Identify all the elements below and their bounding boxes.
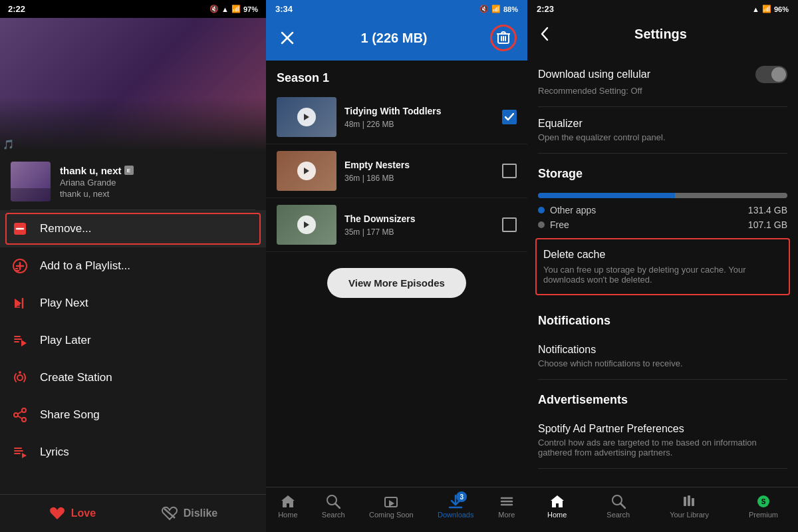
settings-item-cellular: Download using cellular Recommended Sett…: [538, 55, 787, 107]
storage-legend: Other apps 131.4 GB Free 107.1 GB: [538, 205, 787, 230]
explicit-badge: E: [124, 166, 134, 175]
svg-rect-53: [692, 498, 694, 506]
storage-bar-fill: [538, 193, 787, 198]
close-button[interactable]: [277, 27, 298, 49]
status-icons-2: 🔇 📶 88%: [479, 5, 518, 13]
svg-line-40: [335, 503, 340, 508]
menu-item-create-station[interactable]: Create Station: [0, 359, 266, 396]
menu-item-share-song[interactable]: Share Song: [0, 396, 266, 434]
settings-section-main: Download using cellular Recommended Sett…: [527, 55, 798, 469]
episode-thumb-2: [277, 151, 336, 191]
dot-free: [538, 221, 545, 228]
episode-meta-1: 48m | 226 MB: [344, 120, 494, 129]
delete-cache-item[interactable]: Delete cache You can free up storage by …: [535, 238, 790, 295]
menu-item-add-playlist[interactable]: Add to a Playlist...: [0, 247, 266, 285]
svg-point-20: [22, 418, 26, 422]
episode-item-2[interactable]: Empty Nesters 36m | 186 MB: [266, 144, 527, 198]
nav-home-3[interactable]: Home: [547, 494, 567, 519]
more-icon-2: [498, 494, 515, 509]
nav-search-3[interactable]: Search: [606, 494, 630, 519]
episode-item-1[interactable]: Tidying With Toddlers 48m | 226 MB: [266, 90, 527, 144]
signal-icon-2: 📶: [491, 5, 501, 13]
episode-title-1: Tidying With Toddlers: [344, 105, 494, 117]
settings-item-notifications[interactable]: Notifications Choose which notifications…: [538, 333, 787, 380]
other-apps-label: Other apps: [550, 205, 596, 215]
downloads-icon: 3: [447, 494, 464, 509]
back-button[interactable]: [534, 23, 555, 45]
view-more-episodes-button[interactable]: View More Episodes: [327, 268, 466, 298]
nav-premium[interactable]: S Premium: [749, 494, 778, 519]
episode-checkbox-1[interactable]: [502, 110, 517, 124]
legend-free: Free 107.1 GB: [538, 219, 787, 230]
status-bar-3: 2:23 ▲ 📶 96%: [527, 0, 798, 18]
svg-marker-37: [304, 221, 309, 228]
nav-label-more-2: More: [498, 511, 515, 519]
song-thumbnail: [11, 162, 51, 201]
menu-item-label-play-later: Play Later: [40, 334, 91, 347]
svg-marker-14: [21, 340, 27, 346]
settings-item-ads[interactable]: Spotify Ad Partner Preferences Control h…: [538, 412, 787, 469]
dislike-button[interactable]: Dislike: [161, 505, 218, 521]
ads-title: Spotify Ad Partner Preferences: [538, 423, 787, 435]
episode-item-3[interactable]: The Downsizers 35m | 177 MB: [266, 198, 527, 252]
dot-other-apps: [538, 207, 545, 213]
notifications-desc: Choose which notifications to receive.: [538, 358, 787, 368]
nav-label-coming-soon: Coming Soon: [369, 511, 414, 519]
equalizer-title: Equalizer: [538, 118, 787, 130]
svg-marker-7: [15, 299, 21, 308]
menu-item-label-play-next: Play Next: [40, 297, 88, 310]
mute-icon-2: 🔇: [479, 5, 489, 13]
toggle-knob-cellular: [771, 67, 786, 82]
mute-icon: 🔇: [209, 5, 219, 13]
delete-cache-desc: You can free up storage by deleting your…: [543, 265, 782, 285]
menu-item-lyrics[interactable]: Lyrics: [0, 434, 266, 471]
svg-rect-52: [688, 495, 690, 506]
svg-point-18: [22, 408, 26, 412]
menu-item-remove[interactable]: Remove...: [0, 210, 266, 247]
settings-item-equalizer[interactable]: Equalizer Open the equalizer control pan…: [538, 107, 787, 154]
advertisements-heading: Advertisements: [538, 380, 787, 412]
episode-thumb-1: [277, 97, 336, 137]
bottom-nav-bar-2: Home Search Coming Soon: [266, 487, 527, 532]
panel-song-menu: 2:22 🔇 ▲ 📶 97% thank u, next E Ariana Gr…: [0, 0, 266, 532]
nav-downloads-2[interactable]: 3 Downloads: [438, 494, 473, 519]
svg-marker-38: [281, 495, 295, 507]
menu-item-play-next[interactable]: Play Next: [0, 285, 266, 322]
downloads-header-title: 1 (226 MB): [360, 31, 427, 46]
svg-line-22: [18, 416, 22, 419]
cellular-toggle[interactable]: [755, 66, 787, 83]
coming-soon-icon: [382, 494, 400, 509]
your-library-icon: [681, 494, 698, 509]
dislike-label: Dislike: [184, 507, 218, 519]
signal-icon-3: 📶: [762, 5, 771, 13]
status-bar-2: 3:34 🔇 📶 88%: [266, 0, 527, 18]
wifi-icon-3: ▲: [752, 5, 759, 13]
nav-more-2[interactable]: More: [498, 494, 515, 519]
svg-marker-48: [551, 495, 564, 507]
season-label: Season 1: [266, 61, 527, 90]
song-details: thank u, next E Ariana Grande thank u, n…: [60, 165, 255, 199]
nav-coming-soon-2[interactable]: Coming Soon: [369, 494, 414, 519]
episode-checkbox-3[interactable]: [502, 217, 517, 232]
nav-your-library[interactable]: Your Library: [670, 494, 709, 519]
play-circle-1: [297, 108, 316, 126]
play-overlay-3: [277, 205, 336, 245]
delete-all-button[interactable]: [490, 25, 517, 51]
svg-marker-26: [22, 453, 27, 458]
nav-search-2[interactable]: Search: [322, 494, 345, 519]
share-song-icon: [11, 406, 29, 424]
episode-info-1: Tidying With Toddlers 48m | 226 MB: [344, 105, 494, 129]
episode-title-3: The Downsizers: [344, 213, 494, 225]
menu-item-label-station: Create Station: [40, 371, 112, 384]
cellular-title: Download using cellular: [538, 68, 650, 80]
menu-item-play-later[interactable]: Play Later: [0, 322, 266, 359]
song-album: thank u, next: [60, 189, 255, 199]
svg-point-17: [19, 371, 21, 374]
love-label: Love: [71, 507, 96, 519]
episode-checkbox-2[interactable]: [502, 164, 517, 178]
play-next-icon: [11, 294, 29, 313]
love-button[interactable]: Love: [49, 505, 96, 521]
panel-settings: 2:23 ▲ 📶 96% Settings Download using cel…: [527, 0, 798, 532]
play-circle-2: [297, 162, 316, 180]
nav-home-2[interactable]: Home: [278, 494, 297, 519]
